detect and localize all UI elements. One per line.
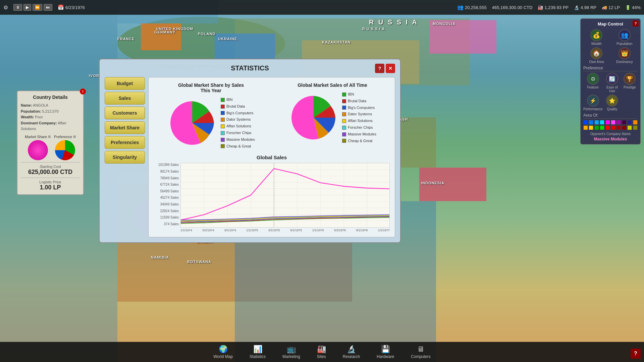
area-color-5[interactable] xyxy=(605,120,610,125)
area-color-14[interactable] xyxy=(600,125,604,130)
play-button[interactable]: ▶ xyxy=(23,4,31,11)
bottom-help-button[interactable]: ? xyxy=(631,349,641,359)
area-color-19[interactable] xyxy=(627,125,632,130)
legend-color-ibn xyxy=(221,98,225,102)
pref-prestige[interactable]: 🏆 Prestige xyxy=(622,73,638,93)
bottom-statistics[interactable]: 📊 Statistics xyxy=(250,345,266,359)
country-alert-badge: ! xyxy=(80,88,86,95)
area-color-1[interactable] xyxy=(583,120,588,125)
map-control-wealth[interactable]: 💰 Wealth xyxy=(583,29,610,46)
country-details-title: Country Details xyxy=(21,95,80,100)
hardware-icon: 💾 xyxy=(381,345,390,354)
ease-icon: 🔄 xyxy=(606,73,618,85)
area-color-11[interactable] xyxy=(583,125,588,130)
legend-affari: Affari Solutions xyxy=(221,123,255,130)
map-control-dominancy[interactable]: 👑 Dominancy xyxy=(611,47,638,64)
nav-singularity[interactable]: Singularity xyxy=(105,151,145,164)
area-color-4[interactable] xyxy=(600,120,604,125)
computers-icon: 🖥 xyxy=(417,345,424,354)
help-button[interactable]: ? xyxy=(375,64,384,73)
legend2-color-bigs xyxy=(342,106,346,110)
map-control-own-area[interactable]: 🏠 Own Area xyxy=(583,47,610,64)
pref-ease[interactable]: 🔄 Ease of Use xyxy=(604,73,620,93)
nav-budget[interactable]: Budget xyxy=(105,77,145,90)
area-color-20[interactable] xyxy=(633,125,638,130)
bottom-sites[interactable]: 🏭 Sites xyxy=(317,345,326,359)
pref-feature[interactable]: ⚙ Feature xyxy=(583,73,602,93)
legend-color-massive xyxy=(221,138,225,142)
x-label-1: 1/1/1974 xyxy=(180,229,192,232)
pie2-title: Global Market Sales of All Time xyxy=(298,82,367,88)
area-color-13[interactable] xyxy=(594,125,599,130)
area-color-2[interactable] xyxy=(589,120,593,125)
area-color-15[interactable] xyxy=(605,125,610,130)
legend-massive: Massive Modules xyxy=(221,136,255,143)
area-color-6[interactable] xyxy=(611,120,615,125)
y-label-4: 67724 Sales xyxy=(154,183,179,186)
skip-button[interactable]: ⏭ xyxy=(44,4,52,11)
line-chart-section: Global Sales 101399 Sales 90174 Sales 78… xyxy=(154,155,390,232)
lp-display: 🚚 12 LP xyxy=(602,5,620,10)
area-color-9[interactable] xyxy=(627,120,632,125)
fast-forward-button[interactable]: ⏩ xyxy=(33,4,42,11)
pref-performance[interactable]: ⚡ Performance xyxy=(583,95,602,111)
pie-charts-row: Global Market Share by SalesThis Year xyxy=(154,82,390,149)
y-label-9: 11599 Sales xyxy=(154,216,179,219)
legend2-forscher: Forscher Chips xyxy=(342,124,376,131)
pref-quality[interactable]: ⭐ Quality xyxy=(604,95,620,111)
market-share-chart xyxy=(28,140,48,160)
close-button[interactable]: ✕ xyxy=(386,64,395,73)
date-display: 📅 6/23/1976 xyxy=(58,4,85,10)
pp-display: 🏭 1,239.93 PP xyxy=(538,5,569,10)
legend-color-forscher xyxy=(221,131,225,135)
population-icon: 👥 xyxy=(619,29,631,41)
battery-icon: 🔋 xyxy=(625,5,631,10)
top-bar: ⚙ ⏸ ▶ ⏩ ⏭ 📅 6/23/1976 👥 20,258,555 465,1… xyxy=(0,0,644,15)
area-colors-grid xyxy=(583,120,638,130)
area-color-8[interactable] xyxy=(622,120,627,125)
nav-sales[interactable]: Sales xyxy=(105,92,145,105)
legend2-massive: Massive Modules xyxy=(342,131,376,138)
legend2-ibn: IBN xyxy=(342,91,376,98)
settings-icon[interactable]: ⚙ xyxy=(3,4,8,11)
svg-rect-4 xyxy=(215,34,275,60)
nav-customers[interactable]: Customers xyxy=(105,107,145,119)
statistics-titlebar: STATISTICS ? ✕ xyxy=(105,64,395,72)
marketing-icon: 📺 xyxy=(287,345,296,354)
market-grid-icon[interactable]: ⊞ xyxy=(48,135,51,138)
map-control-panel: ? Map Control 💰 Wealth 👥 Population 🏠 Ow… xyxy=(580,18,641,144)
opponent-label: Oppnent's Company Name xyxy=(583,132,638,136)
legend2-bigs: Big's Computers xyxy=(342,105,376,111)
sites-icon: 🏭 xyxy=(317,345,326,354)
bottom-research[interactable]: 🔬 Research xyxy=(343,345,360,359)
pause-button[interactable]: ⏸ xyxy=(13,4,22,11)
pie2-with-legend: IBN Brutal Data Big's Computers xyxy=(288,91,376,144)
legend-color-brutal xyxy=(221,105,225,109)
nav-market-share[interactable]: Market Share xyxy=(105,121,145,134)
legend-forscher: Forscher Chips xyxy=(221,130,255,136)
x-label-7: 1/1/1976 xyxy=(312,229,324,232)
area-color-12[interactable] xyxy=(589,125,593,130)
country-details-panel: ! Country Details Name: ANGOLA Populatio… xyxy=(17,90,84,195)
bottom-world-map[interactable]: 🌍 World Map xyxy=(213,345,233,359)
legend2-brutal: Brutal Data xyxy=(342,98,376,105)
preference-grid-icon[interactable]: ⊞ xyxy=(73,135,76,138)
map-control-population[interactable]: 👥 Population xyxy=(611,29,638,46)
bottom-marketing[interactable]: 📺 Marketing xyxy=(282,345,300,359)
area-color-10[interactable] xyxy=(633,120,638,125)
chart-area xyxy=(180,163,390,228)
market-share-col: Market Share ⊞ xyxy=(25,135,51,160)
area-color-7[interactable] xyxy=(616,120,621,125)
area-color-17[interactable] xyxy=(616,125,621,130)
nav-preferencies[interactable]: Preferencies xyxy=(105,136,145,149)
logistic-section: Logistic Price 1.00 LP xyxy=(21,178,80,191)
bottom-computers[interactable]: 🖥 Computers xyxy=(411,345,431,359)
bottom-hardware[interactable]: 💾 Hardware xyxy=(377,345,394,359)
area-color-3[interactable] xyxy=(594,120,599,125)
date-icon: 📅 xyxy=(58,4,64,10)
area-of-section-title: Area Of: xyxy=(583,113,638,119)
area-color-16[interactable] xyxy=(611,125,615,130)
map-control-help[interactable]: ? xyxy=(633,20,639,26)
area-color-18[interactable] xyxy=(622,125,627,130)
x-label-10: 1/1/1977 xyxy=(378,229,390,232)
